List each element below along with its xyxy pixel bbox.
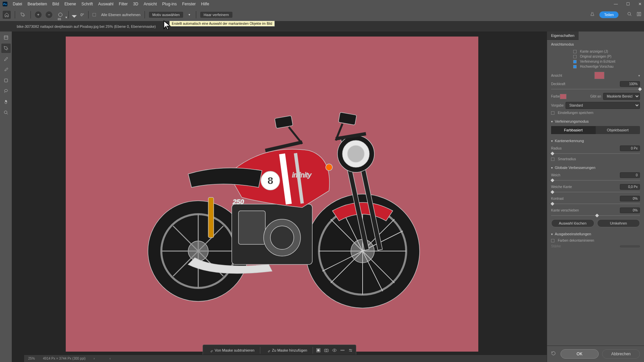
refine-hair-button[interactable]: Haar verfeinern [200,12,232,18]
menu-select[interactable]: Auswahl [98,2,113,6]
minimize-button[interactable]: — [613,1,619,7]
all-layers-label: Alle Ebenen aufnehmen [101,13,141,17]
options-bar: + − 65 ▾ ◢ 0° Alle Ebenen aufnehmen Moti… [0,8,644,21]
bottom-toolbar: Von Maske subtrahieren Zu Maske hinzufüg… [203,345,356,356]
brush-subtract[interactable]: − [46,11,52,18]
menu-help[interactable]: Hilfe [201,2,209,6]
svg-rect-2 [639,12,641,16]
ok-button[interactable]: OK [560,349,599,359]
radius-input[interactable]: 0 Px [620,145,640,151]
contrast-slider[interactable] [551,203,640,204]
svg-point-0 [628,12,631,15]
shows-select[interactable]: Maskierte Bereiche [603,93,640,100]
brush-add[interactable]: + [35,11,42,18]
canvas[interactable]: 8 infinity 250 [66,37,478,352]
svg-point-60 [343,350,344,351]
erlenmeyer-icon[interactable] [590,12,595,17]
add-to-mask-button[interactable]: Zu Maske hinzufügen [262,346,311,354]
clear-selection-button[interactable]: Auswahl löschen [551,219,594,227]
show-original-checkbox[interactable] [573,55,577,58]
settings-icon[interactable] [347,347,354,354]
smooth-input[interactable]: 0 [620,172,640,178]
remember-settings-checkbox[interactable] [551,111,554,115]
menu-view[interactable]: Ansicht [144,2,157,6]
photo-mode-icon[interactable] [323,347,330,354]
more-icon[interactable] [339,347,346,354]
color-swatch[interactable] [560,94,567,99]
angle-value[interactable]: 0° [80,13,84,17]
share-button[interactable]: Teilen [599,11,619,18]
document-tab[interactable]: bike-3073082 nattapol deejitwasin auf Pi… [0,21,644,32]
preset-select[interactable]: Standard [566,102,640,109]
close-button[interactable]: ✕ [637,1,643,7]
smooth-slider[interactable] [551,180,640,181]
scroll-right-icon[interactable]: › [94,357,95,360]
maximize-button[interactable]: ☐ [625,1,631,7]
feather-slider[interactable] [551,192,640,192]
svg-rect-54 [317,349,319,351]
menu-filter[interactable]: Filter [119,2,128,6]
opacity-slider[interactable] [551,89,640,89]
tool-object-select[interactable] [1,76,11,85]
all-layers-checkbox[interactable] [93,13,96,16]
edge-detection-header[interactable]: ▾Kantenerkennung [551,139,640,143]
canvas-area[interactable]: 8 infinity 250 [12,32,547,362]
menu-image[interactable]: Bild [52,2,59,6]
contrast-input[interactable]: 0% [620,196,640,201]
search-icon[interactable] [627,12,632,17]
realtime-refine-checkbox[interactable] [573,60,577,63]
view-thumbnail[interactable] [594,72,604,79]
global-refine-header[interactable]: ▾Globale Verbesserungen [551,166,640,170]
overlay-mode-icon[interactable] [315,347,322,354]
svg-point-56 [326,350,327,351]
menu-edit[interactable]: Bearbeiten [28,2,47,6]
menu-layer[interactable]: Ebene [64,2,76,6]
tool-lasso[interactable] [1,86,11,96]
workspace-icon[interactable] [637,12,641,17]
menu-plugins[interactable]: Plug-ins [162,2,177,6]
feather-input[interactable]: 0,0 Px [620,184,640,190]
tool-brush[interactable] [1,65,11,74]
svg-rect-35 [238,211,265,244]
tool-hand[interactable] [1,97,11,107]
zoom-level[interactable]: 25% [28,357,35,360]
menu-file[interactable]: Datei [13,2,22,6]
home-button[interactable] [3,11,11,19]
properties-tab[interactable]: Eigenschaften [547,32,579,40]
svg-point-5 [4,111,7,114]
eye-icon[interactable] [331,347,338,354]
invert-button[interactable]: Umkehren [597,219,640,227]
view-dropdown-icon[interactable]: ▾ [638,74,640,77]
cancel-button[interactable]: Abbrechen [602,349,640,359]
window-controls: — ☐ ✕ [613,0,643,8]
scroll-left-icon[interactable]: ‹ [109,357,110,360]
high-quality-checkbox[interactable] [573,65,577,68]
tool-quick-select[interactable] [1,44,11,53]
decontaminate-checkbox[interactable] [551,239,554,242]
object-based-button[interactable]: Objektbasiert [596,126,640,134]
menu-3d[interactable]: 3D [133,2,138,6]
svg-point-59 [342,350,343,351]
tool-refine-brush[interactable] [1,54,11,64]
opacity-input[interactable]: 100% [620,81,640,87]
output-settings-header[interactable]: ▾Ausgabeeinstellungen [551,232,640,236]
shift-input[interactable]: 0% [620,207,640,213]
smart-radius-checkbox[interactable] [551,158,554,161]
brush-size[interactable]: 65 ▾ [58,13,62,17]
shift-slider[interactable] [551,215,640,216]
svg-rect-3 [4,79,7,82]
svg-point-43 [347,145,364,162]
color-based-button[interactable]: Farbbasiert [551,126,596,134]
show-edge-checkbox[interactable] [573,50,577,53]
select-subject-button[interactable]: Motiv auswählen [149,12,183,18]
radius-slider[interactable] [551,153,640,154]
current-tool-icon[interactable] [19,11,26,18]
select-subject-dropdown[interactable]: ▾ [187,12,192,17]
subtract-from-mask-button[interactable]: Von Maske subtrahieren [205,346,258,354]
tool-restore-view[interactable] [1,33,11,42]
tool-zoom[interactable] [1,108,11,117]
refine-mode-header[interactable]: ▾Verfeinerungsmodus [551,119,640,123]
reset-icon[interactable] [551,351,557,357]
menu-window[interactable]: Fenster [182,2,196,6]
menu-type[interactable]: Schrift [82,2,93,6]
